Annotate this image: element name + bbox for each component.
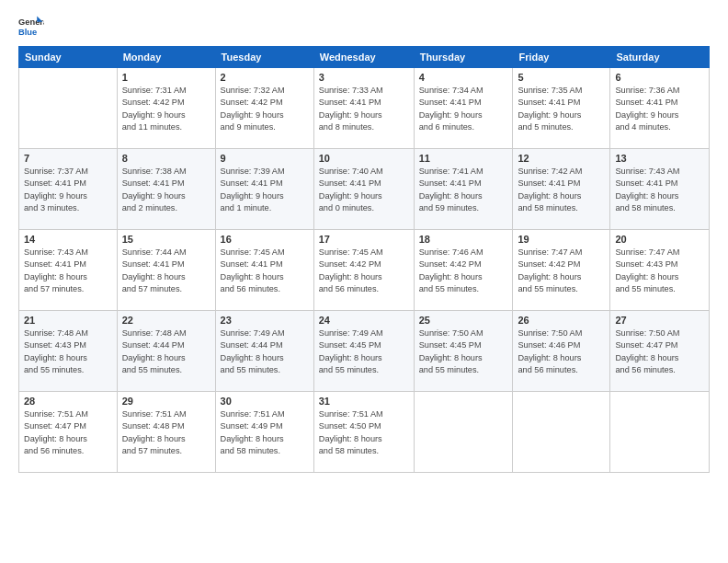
cell-day-number: 20: [615, 234, 704, 245]
week-row: 28Sunrise: 7:51 AMSunset: 4:47 PMDayligh…: [19, 392, 710, 473]
cell-info: Sunrise: 7:51 AMSunset: 4:50 PMDaylight:…: [319, 408, 409, 457]
cell-day-number: 1: [122, 72, 210, 83]
cell-day-number: 23: [221, 315, 309, 326]
cell-info: Sunrise: 7:42 AMSunset: 4:41 PMDaylight:…: [518, 166, 605, 214]
calendar-cell: 5Sunrise: 7:35 AMSunset: 4:41 PMDaylight…: [513, 68, 610, 149]
cell-day-number: 17: [319, 234, 409, 245]
svg-text:General: General: [18, 17, 44, 27]
calendar-cell: 31Sunrise: 7:51 AMSunset: 4:50 PMDayligh…: [313, 392, 414, 473]
calendar-cell: 25Sunrise: 7:50 AMSunset: 4:45 PMDayligh…: [414, 311, 513, 392]
calendar-cell: 18Sunrise: 7:46 AMSunset: 4:42 PMDayligh…: [414, 230, 513, 311]
week-row: 14Sunrise: 7:43 AMSunset: 4:41 PMDayligh…: [19, 230, 710, 311]
calendar-cell: 27Sunrise: 7:50 AMSunset: 4:47 PMDayligh…: [610, 311, 710, 392]
cell-day-number: 18: [419, 234, 508, 245]
cell-day-number: 5: [518, 72, 605, 83]
week-row: 7Sunrise: 7:37 AMSunset: 4:41 PMDaylight…: [19, 149, 710, 230]
calendar-cell: 6Sunrise: 7:36 AMSunset: 4:41 PMDaylight…: [610, 68, 710, 149]
cell-day-number: 22: [122, 315, 210, 326]
header-row: SundayMondayTuesdayWednesdayThursdayFrid…: [19, 47, 710, 68]
cell-info: Sunrise: 7:47 AMSunset: 4:42 PMDaylight:…: [518, 247, 605, 295]
cell-info: Sunrise: 7:33 AMSunset: 4:41 PMDaylight:…: [319, 85, 409, 133]
calendar-cell: 28Sunrise: 7:51 AMSunset: 4:47 PMDayligh…: [19, 392, 118, 473]
logo: GeneralBlue: [18, 15, 44, 40]
header-day-saturday: Saturday: [610, 47, 710, 68]
calendar-cell: 7Sunrise: 7:37 AMSunset: 4:41 PMDaylight…: [19, 149, 118, 230]
calendar-cell: [610, 392, 710, 473]
cell-day-number: 26: [518, 315, 605, 326]
cell-day-number: 27: [615, 315, 704, 326]
header-day-friday: Friday: [513, 47, 610, 68]
cell-day-number: 2: [221, 72, 309, 83]
header-day-wednesday: Wednesday: [313, 47, 414, 68]
header-day-thursday: Thursday: [414, 47, 513, 68]
svg-text:Blue: Blue: [18, 28, 37, 37]
calendar-cell: 24Sunrise: 7:49 AMSunset: 4:45 PMDayligh…: [313, 311, 414, 392]
calendar-table: SundayMondayTuesdayWednesdayThursdayFrid…: [18, 46, 710, 473]
cell-info: Sunrise: 7:43 AMSunset: 4:41 PMDaylight:…: [615, 166, 704, 214]
cell-info: Sunrise: 7:34 AMSunset: 4:41 PMDaylight:…: [419, 85, 508, 133]
cell-info: Sunrise: 7:51 AMSunset: 4:48 PMDaylight:…: [122, 408, 210, 457]
cell-day-number: 31: [319, 396, 409, 407]
cell-day-number: 8: [122, 153, 210, 164]
cell-day-number: 7: [24, 153, 112, 164]
cell-info: Sunrise: 7:40 AMSunset: 4:41 PMDaylight:…: [319, 166, 409, 214]
cell-info: Sunrise: 7:46 AMSunset: 4:42 PMDaylight:…: [419, 247, 508, 295]
cell-day-number: 28: [24, 396, 112, 407]
calendar-cell: 12Sunrise: 7:42 AMSunset: 4:41 PMDayligh…: [513, 149, 610, 230]
calendar-cell: 10Sunrise: 7:40 AMSunset: 4:41 PMDayligh…: [313, 149, 414, 230]
cell-info: Sunrise: 7:51 AMSunset: 4:49 PMDaylight:…: [221, 408, 309, 457]
calendar-cell: 17Sunrise: 7:45 AMSunset: 4:42 PMDayligh…: [313, 230, 414, 311]
cell-day-number: 9: [221, 153, 309, 164]
cell-day-number: 19: [518, 234, 605, 245]
cell-day-number: 25: [419, 315, 508, 326]
header-day-monday: Monday: [117, 47, 215, 68]
week-row: 1Sunrise: 7:31 AMSunset: 4:42 PMDaylight…: [19, 68, 710, 149]
calendar-cell: 29Sunrise: 7:51 AMSunset: 4:48 PMDayligh…: [117, 392, 215, 473]
cell-day-number: 13: [615, 153, 704, 164]
cell-day-number: 24: [319, 315, 409, 326]
cell-info: Sunrise: 7:45 AMSunset: 4:42 PMDaylight:…: [319, 247, 409, 295]
calendar-cell: 14Sunrise: 7:43 AMSunset: 4:41 PMDayligh…: [19, 230, 118, 311]
cell-day-number: 10: [319, 153, 409, 164]
header-day-tuesday: Tuesday: [215, 47, 313, 68]
cell-info: Sunrise: 7:32 AMSunset: 4:42 PMDaylight:…: [221, 85, 309, 133]
calendar-cell: 21Sunrise: 7:48 AMSunset: 4:43 PMDayligh…: [19, 311, 118, 392]
cell-day-number: 11: [419, 153, 508, 164]
cell-info: Sunrise: 7:50 AMSunset: 4:45 PMDaylight:…: [419, 327, 508, 376]
cell-info: Sunrise: 7:50 AMSunset: 4:47 PMDaylight:…: [615, 327, 704, 376]
cell-day-number: 14: [24, 234, 112, 245]
calendar-cell: [513, 392, 610, 473]
calendar-cell: 23Sunrise: 7:49 AMSunset: 4:44 PMDayligh…: [215, 311, 313, 392]
calendar-cell: 16Sunrise: 7:45 AMSunset: 4:41 PMDayligh…: [215, 230, 313, 311]
cell-info: Sunrise: 7:48 AMSunset: 4:44 PMDaylight:…: [122, 327, 210, 376]
cell-info: Sunrise: 7:47 AMSunset: 4:43 PMDaylight:…: [615, 247, 704, 295]
cell-info: Sunrise: 7:37 AMSunset: 4:41 PMDaylight:…: [24, 166, 112, 214]
calendar-cell: [414, 392, 513, 473]
calendar-cell: 9Sunrise: 7:39 AMSunset: 4:41 PMDaylight…: [215, 149, 313, 230]
calendar-cell: 13Sunrise: 7:43 AMSunset: 4:41 PMDayligh…: [610, 149, 710, 230]
cell-day-number: 3: [319, 72, 409, 83]
cell-info: Sunrise: 7:41 AMSunset: 4:41 PMDaylight:…: [419, 166, 508, 214]
calendar-cell: [19, 68, 118, 149]
cell-info: Sunrise: 7:49 AMSunset: 4:45 PMDaylight:…: [319, 327, 409, 376]
header-day-sunday: Sunday: [19, 47, 118, 68]
cell-day-number: 4: [419, 72, 508, 83]
calendar-cell: 26Sunrise: 7:50 AMSunset: 4:46 PMDayligh…: [513, 311, 610, 392]
calendar-cell: 19Sunrise: 7:47 AMSunset: 4:42 PMDayligh…: [513, 230, 610, 311]
cell-info: Sunrise: 7:51 AMSunset: 4:47 PMDaylight:…: [24, 408, 112, 457]
calendar-cell: 3Sunrise: 7:33 AMSunset: 4:41 PMDaylight…: [313, 68, 414, 149]
cell-info: Sunrise: 7:39 AMSunset: 4:41 PMDaylight:…: [221, 166, 309, 214]
calendar-cell: 20Sunrise: 7:47 AMSunset: 4:43 PMDayligh…: [610, 230, 710, 311]
logo-icon: GeneralBlue: [18, 15, 44, 40]
cell-day-number: 29: [122, 396, 210, 407]
calendar-cell: 1Sunrise: 7:31 AMSunset: 4:42 PMDaylight…: [117, 68, 215, 149]
cell-info: Sunrise: 7:44 AMSunset: 4:41 PMDaylight:…: [122, 247, 210, 295]
cell-info: Sunrise: 7:36 AMSunset: 4:41 PMDaylight:…: [615, 85, 704, 133]
calendar-cell: 4Sunrise: 7:34 AMSunset: 4:41 PMDaylight…: [414, 68, 513, 149]
cell-day-number: 12: [518, 153, 605, 164]
calendar-cell: 15Sunrise: 7:44 AMSunset: 4:41 PMDayligh…: [117, 230, 215, 311]
cell-info: Sunrise: 7:48 AMSunset: 4:43 PMDaylight:…: [24, 327, 112, 376]
page: GeneralBlue SundayMondayTuesdayWednesday…: [0, 0, 728, 563]
cell-info: Sunrise: 7:43 AMSunset: 4:41 PMDaylight:…: [24, 247, 112, 295]
calendar-cell: 11Sunrise: 7:41 AMSunset: 4:41 PMDayligh…: [414, 149, 513, 230]
